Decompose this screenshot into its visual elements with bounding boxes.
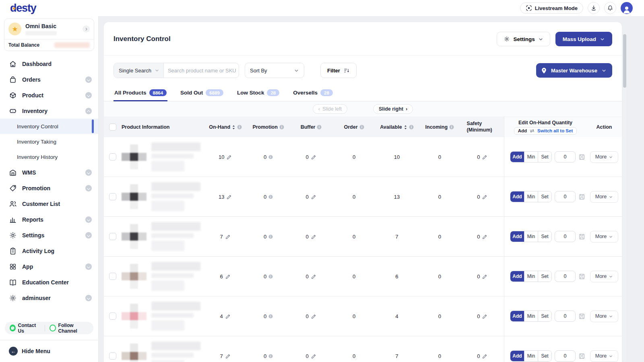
tab-oversells[interactable]: Oversells28 — [292, 86, 334, 101]
sort-icon[interactable] — [404, 125, 407, 130]
tab-all-products[interactable]: All Products8864 — [114, 86, 167, 101]
plan-chevron-right-icon[interactable] — [83, 25, 90, 33]
edit-pencil-icon[interactable] — [482, 194, 488, 200]
sidebar-item-inventory-taking[interactable]: Inventory Taking — [0, 134, 98, 149]
min-mode-button[interactable]: Min — [524, 152, 538, 162]
more-button[interactable]: More — [590, 350, 618, 362]
row-checkbox[interactable] — [109, 313, 116, 320]
sidebar-item-settings[interactable]: Settings — [0, 227, 98, 243]
set-mode-button[interactable]: Set — [538, 351, 551, 361]
sidebar-item-wms[interactable]: WMS — [0, 165, 98, 180]
contact-us-button[interactable]: Contact Us — [5, 323, 45, 334]
edit-pencil-icon[interactable] — [311, 274, 317, 280]
min-mode-button[interactable]: Min — [524, 311, 538, 321]
edit-pencil-icon[interactable] — [482, 274, 488, 280]
more-button[interactable]: More — [590, 231, 618, 243]
set-mode-button[interactable]: Set — [538, 191, 551, 202]
filter-button[interactable]: Filter — [320, 63, 357, 78]
sidebar-item-inventory-control[interactable]: Inventory Control — [0, 119, 98, 134]
user-avatar[interactable] — [621, 2, 633, 14]
min-mode-button[interactable]: Min — [524, 271, 538, 282]
quantity-input[interactable] — [555, 350, 576, 362]
col-available[interactable]: Available — [376, 124, 418, 130]
more-button[interactable]: More — [590, 271, 618, 282]
quantity-input[interactable] — [555, 151, 576, 162]
save-icon[interactable] — [578, 154, 585, 160]
tab-low-stock[interactable]: Low Stock28 — [236, 86, 280, 101]
edit-pencil-icon[interactable] — [482, 154, 488, 160]
sidebar-item-education-center[interactable]: Education Center — [0, 274, 98, 290]
row-checkbox[interactable] — [109, 352, 116, 360]
edit-pencil-icon[interactable] — [311, 154, 317, 160]
min-mode-button[interactable]: Min — [524, 231, 538, 242]
edit-pencil-icon[interactable] — [226, 194, 232, 200]
settings-button[interactable]: Settings — [497, 32, 550, 46]
search-mode-select[interactable]: Single Search — [114, 63, 164, 78]
sidebar-item-app[interactable]: App — [0, 259, 98, 274]
quantity-input[interactable] — [555, 231, 576, 242]
scrollbar-thumb[interactable] — [623, 34, 626, 88]
edit-pencil-icon[interactable] — [311, 194, 317, 200]
download-button[interactable] — [588, 2, 600, 14]
set-mode-button[interactable]: Set — [538, 152, 551, 162]
add-mode-button[interactable]: Add — [510, 311, 524, 321]
hide-menu-button[interactable]: ← Hide Menu — [0, 340, 98, 362]
sort-icon[interactable] — [232, 125, 235, 130]
edit-pencil-icon[interactable] — [225, 274, 231, 280]
sidebar-item-product[interactable]: Product — [0, 87, 98, 103]
follow-channel-button[interactable]: Follow Channel — [45, 323, 93, 334]
more-button[interactable]: More — [590, 311, 618, 322]
quantity-input[interactable] — [555, 311, 576, 322]
min-mode-button[interactable]: Min — [524, 351, 538, 361]
sidebar-item-reports[interactable]: Reports — [0, 212, 98, 227]
select-all-checkbox[interactable] — [109, 123, 116, 131]
set-mode-button[interactable]: Set — [538, 231, 551, 242]
edit-pencil-icon[interactable] — [482, 313, 488, 319]
page-scrollbar[interactable] — [623, 34, 626, 362]
add-mode-button[interactable]: Add — [510, 231, 524, 242]
sidebar-item-dashboard[interactable]: Dashboard — [0, 56, 98, 72]
row-checkbox[interactable] — [109, 233, 116, 240]
save-icon[interactable] — [578, 273, 585, 280]
more-button[interactable]: More — [590, 151, 618, 163]
plan-card[interactable]: ★ Omni Basic Total Balance — [4, 19, 94, 51]
edit-pencil-icon[interactable] — [311, 353, 317, 359]
sidebar-item-activity-log[interactable]: Activity Log — [0, 243, 98, 259]
sidebar-item-inventory-history[interactable]: Inventory History — [0, 149, 98, 165]
edit-pencil-icon[interactable] — [482, 353, 488, 359]
notifications-button[interactable] — [604, 2, 616, 14]
sidebar-item-orders[interactable]: Orders — [0, 72, 98, 87]
edit-pencil-icon[interactable] — [225, 234, 231, 240]
sidebar-item-customer-list[interactable]: Customer List — [0, 196, 98, 212]
row-checkbox[interactable] — [109, 153, 116, 160]
tab-sold-out[interactable]: Sold Out6889 — [180, 86, 224, 101]
save-icon[interactable] — [578, 193, 585, 200]
more-button[interactable]: More — [590, 191, 618, 203]
edit-pencil-icon[interactable] — [225, 313, 231, 319]
save-icon[interactable] — [578, 313, 585, 320]
min-mode-button[interactable]: Min — [524, 191, 538, 202]
edit-pencil-icon[interactable] — [482, 234, 488, 240]
edit-pencil-icon[interactable] — [311, 313, 317, 319]
set-mode-button[interactable]: Set — [538, 271, 551, 282]
slide-right-button[interactable]: Slide right› — [373, 104, 413, 114]
edit-pencil-icon[interactable] — [226, 154, 232, 160]
add-mode-button[interactable]: Add — [510, 152, 524, 162]
sidebar-item-promotion[interactable]: Promotion — [0, 180, 98, 196]
search-input[interactable] — [168, 68, 239, 74]
quantity-input[interactable] — [555, 191, 576, 202]
sidebar-item-inventory[interactable]: Inventory — [0, 103, 98, 119]
save-icon[interactable] — [578, 353, 585, 360]
switch-all-to-set-button[interactable]: Add Switch all to Set — [514, 127, 577, 135]
edit-pencil-icon[interactable] — [311, 234, 317, 240]
quantity-input[interactable] — [555, 271, 576, 282]
edit-pencil-icon[interactable] — [225, 353, 231, 359]
set-mode-button[interactable]: Set — [538, 311, 551, 321]
col-on-hand[interactable]: On-Hand — [204, 124, 247, 130]
row-checkbox[interactable] — [109, 193, 116, 200]
row-checkbox[interactable] — [109, 273, 116, 280]
sort-by-select[interactable]: Sort By — [245, 63, 304, 78]
warehouse-select[interactable]: Master Warehouse — [536, 63, 612, 78]
slide-left-button[interactable]: ‹Slide left — [313, 104, 347, 114]
livestream-mode-button[interactable]: Livestream Mode — [520, 2, 583, 14]
